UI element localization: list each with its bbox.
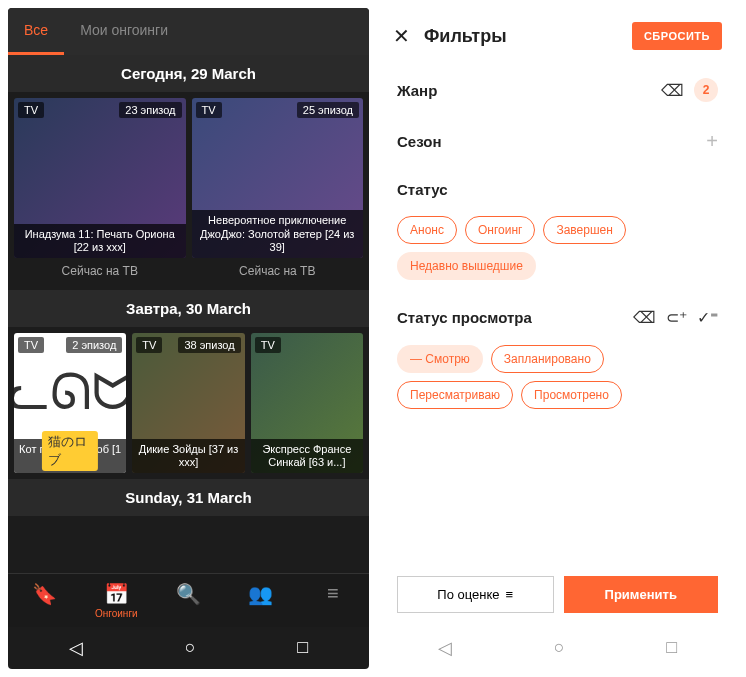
nav-label: Онгоинги	[80, 608, 152, 619]
chip-planned[interactable]: Запланировано	[491, 345, 604, 373]
reset-button[interactable]: СБРОСИТЬ	[632, 22, 722, 50]
episode-badge: 38 эпизод	[178, 337, 240, 353]
tv-badge: TV	[18, 102, 44, 118]
genre-label: Жанр	[397, 82, 651, 99]
watch-chips: Смотрю Запланировано Пересматриваю Просм…	[377, 341, 738, 423]
anime-card[interactable]: TV 25 эпизод Невероятное приключение Джо…	[192, 98, 364, 284]
calendar-icon: 📅	[104, 583, 129, 605]
anime-card[interactable]: TV 23 эпизод Инадзума 11: Печать Ориона …	[14, 98, 186, 284]
anime-title: Дикие Зойды [37 из xxx]	[132, 439, 244, 473]
back-icon[interactable]: ◁	[69, 637, 83, 659]
anime-card[interactable]: TV 38 эпизод Дикие Зойды [37 из xxx]	[132, 333, 244, 473]
episode-badge: 23 эпизод	[119, 102, 181, 118]
anime-title: Невероятное приключение ДжоДжо: Золотой …	[192, 210, 364, 258]
filter-header: ✕ Фильтры СБРОСИТЬ	[377, 8, 738, 64]
recents-icon[interactable]: □	[297, 637, 308, 659]
chip-anons[interactable]: Анонс	[397, 216, 457, 244]
apply-button[interactable]: Применить	[564, 576, 719, 613]
recents-icon[interactable]: □	[666, 637, 677, 659]
bookmark-icon: 🔖	[32, 583, 57, 605]
plus-icon[interactable]: +	[706, 130, 718, 153]
status-label: Статус	[397, 181, 718, 198]
sort-icon: ≡	[506, 587, 514, 602]
nav-ongoing[interactable]: 📅Онгоинги	[80, 574, 152, 627]
today-cards: TV 23 эпизод Инадзума 11: Печать Ориона …	[8, 92, 369, 290]
episode-badge: 2 эпизод	[66, 337, 122, 353]
chip-rewatching[interactable]: Пересматриваю	[397, 381, 513, 409]
anime-card[interactable]: TV 2 эпизод ᓚᘏᗢ 猫のロブ Кот по имени Роб [1…	[14, 333, 126, 473]
on-air-label: Сейчас на ТВ	[192, 258, 364, 284]
genre-count-badge: 2	[694, 78, 718, 102]
cat-icon: ᓚᘏᗢ	[14, 363, 126, 422]
tabs-bar: Все Мои онгоинги	[8, 8, 369, 55]
home-icon[interactable]: ○	[185, 637, 196, 659]
nav-menu[interactable]: ≡	[297, 574, 369, 627]
filters-screen: ✕ Фильтры СБРОСИТЬ Жанр ⌫ 2 Сезон + Стат…	[377, 8, 738, 669]
genre-row[interactable]: Жанр ⌫ 2	[377, 64, 738, 116]
add-icon[interactable]: ⊂⁺	[666, 308, 687, 327]
android-nav: ◁ ○ □	[8, 627, 369, 669]
season-row[interactable]: Сезон +	[377, 116, 738, 167]
section-sunday-header: Sunday, 31 March	[8, 479, 369, 516]
nav-social[interactable]: 👥	[225, 574, 297, 627]
section-today-header: Сегодня, 29 March	[8, 55, 369, 92]
tomorrow-cards: TV 2 эпизод ᓚᘏᗢ 猫のロブ Кот по имени Роб [1…	[8, 327, 369, 479]
tab-all[interactable]: Все	[8, 8, 64, 55]
episode-badge: 25 эпизод	[297, 102, 359, 118]
apply-bar: По оценке≡ Применить	[377, 562, 738, 627]
bottom-nav: 🔖 📅Онгоинги 🔍 👥 ≡	[8, 573, 369, 627]
anime-card[interactable]: TV Экспресс Франсе Синкай [63 и...]	[251, 333, 363, 473]
clear-icon[interactable]: ⌫	[661, 81, 684, 100]
jp-title: 猫のロブ	[42, 431, 98, 471]
tv-badge: TV	[255, 337, 281, 353]
back-icon[interactable]: ◁	[438, 637, 452, 659]
search-icon: 🔍	[176, 583, 201, 605]
tv-badge: TV	[196, 102, 222, 118]
on-air-label: Сейчас на ТВ	[14, 258, 186, 284]
sort-button[interactable]: По оценке≡	[397, 576, 554, 613]
nav-bookmarks[interactable]: 🔖	[8, 574, 80, 627]
status-row: Статус	[377, 167, 738, 212]
anime-title: Инадзума 11: Печать Ориона [22 из xxx]	[14, 224, 186, 258]
chip-recent[interactable]: Недавно вышедшие	[397, 252, 536, 280]
check-icon[interactable]: ✓⁼	[697, 308, 718, 327]
menu-icon: ≡	[327, 582, 339, 604]
tv-badge: TV	[18, 337, 44, 353]
home-icon[interactable]: ○	[554, 637, 565, 659]
watch-status-label: Статус просмотра	[397, 309, 623, 326]
filter-title: Фильтры	[424, 26, 618, 47]
close-icon[interactable]: ✕	[393, 24, 410, 48]
section-tomorrow-header: Завтра, 30 March	[8, 290, 369, 327]
people-icon: 👥	[248, 583, 273, 605]
nav-search[interactable]: 🔍	[152, 574, 224, 627]
chip-watched[interactable]: Просмотрено	[521, 381, 622, 409]
android-nav: ◁ ○ □	[377, 627, 738, 669]
chip-watching[interactable]: Смотрю	[397, 345, 483, 373]
ongoing-screen: Все Мои онгоинги Сегодня, 29 March TV 23…	[8, 8, 369, 669]
anime-title: Экспресс Франсе Синкай [63 и...]	[251, 439, 363, 473]
tv-badge: TV	[136, 337, 162, 353]
tab-my-ongoing[interactable]: Мои онгоинги	[64, 8, 184, 55]
status-chips: Анонс Онгоинг Завершен Недавно вышедшие	[377, 212, 738, 294]
chip-finished[interactable]: Завершен	[543, 216, 625, 244]
chip-ongoing[interactable]: Онгоинг	[465, 216, 535, 244]
clear-icon[interactable]: ⌫	[633, 308, 656, 327]
watch-status-row: Статус просмотра ⌫ ⊂⁺ ✓⁼	[377, 294, 738, 341]
season-label: Сезон	[397, 133, 696, 150]
